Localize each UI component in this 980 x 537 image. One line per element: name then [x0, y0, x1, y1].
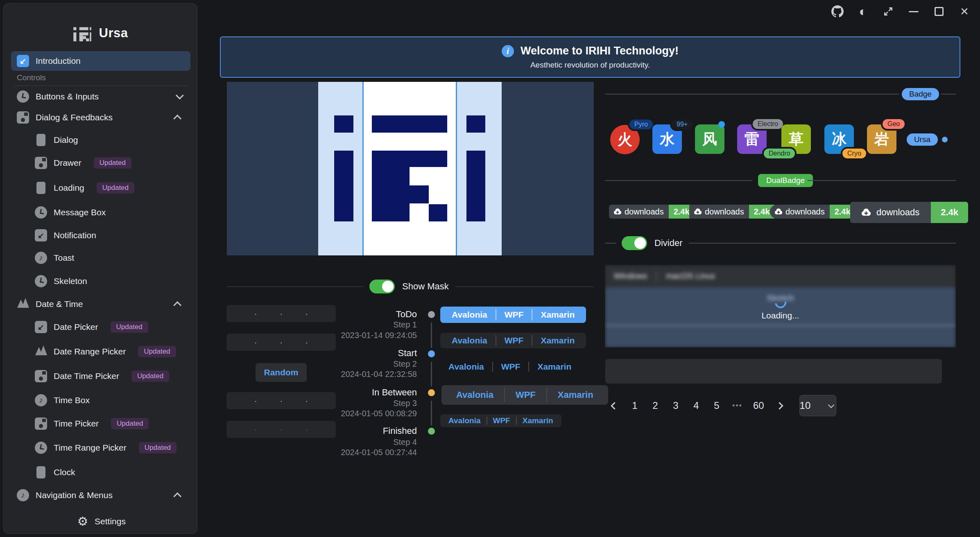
app-logo: Ursa — [4, 25, 197, 41]
clock-icon — [35, 275, 47, 287]
theme-toggle-icon[interactable]: ◐ — [856, 4, 870, 19]
chevron-left-icon — [611, 402, 618, 409]
sidebar-item-loading[interactable]: Loading Updated — [11, 179, 190, 197]
sidebar-item-introduction[interactable]: ↙ Introduction — [11, 51, 190, 71]
downloads-badge: downloads 2.4k — [770, 205, 856, 219]
phone-icon — [36, 134, 45, 146]
page-size-dropdown[interactable]: 10 — [799, 395, 836, 416]
ursa-logo-icon — [73, 25, 92, 41]
badge-ursa-pill: Ursa — [907, 133, 938, 146]
option-wpf[interactable]: WPF — [487, 416, 516, 425]
sidebar-item-message-box[interactable]: Message Box — [11, 203, 190, 221]
page-button-5[interactable]: 5 — [709, 397, 724, 415]
sidebar-group-date-time[interactable]: Date & Time — [11, 295, 190, 313]
option-xamarin[interactable]: Xamarin — [532, 310, 583, 320]
page-button-2[interactable]: 2 — [648, 397, 663, 415]
option-xamarin[interactable]: Xamarin — [547, 390, 604, 400]
chevron-up-icon — [173, 301, 181, 309]
phone-icon — [36, 182, 45, 194]
page-button-60[interactable]: 60 — [751, 397, 767, 415]
step-dot-start — [428, 350, 435, 357]
page-ellipsis[interactable]: ••• — [730, 397, 745, 415]
option-wpf[interactable]: WPF — [493, 362, 529, 372]
logo-pixel — [372, 167, 410, 221]
updated-badge: Updated — [97, 182, 134, 194]
show-mask-label: Show Mask — [402, 281, 449, 292]
divider-line — [941, 94, 956, 95]
step-time: 2024-01-05 00:08:29 — [315, 409, 417, 418]
minimize-button[interactable] — [906, 4, 921, 19]
logo-pixel — [429, 204, 447, 221]
fullscreen-icon[interactable] — [881, 4, 896, 19]
divider-line — [605, 94, 899, 95]
sidebar-group-navigation-menus[interactable]: ♪ Navigation & Menus — [11, 486, 190, 504]
option-xamarin[interactable]: Xamarin — [517, 416, 559, 425]
logo-pixel — [466, 115, 485, 133]
sidebar-item-skeleton[interactable]: Skeleton — [11, 272, 190, 290]
step-label: Step 3 — [315, 399, 417, 408]
step-time: 2023-01-14 09:24:05 — [315, 331, 417, 340]
option-avalonia[interactable]: Avalonia — [440, 362, 492, 372]
download-icon — [775, 208, 782, 215]
floppy-icon — [35, 157, 47, 169]
page-button-4[interactable]: 4 — [689, 397, 704, 415]
maximize-button[interactable] — [932, 4, 946, 19]
badge-label-electro: Electro — [753, 119, 783, 129]
sidebar-item-date-time-picker[interactable]: Date Time Picker Updated — [11, 367, 190, 385]
downloads-badge: downloads 2.4k — [609, 205, 695, 219]
sidebar-item-toast[interactable]: ♪ Toast — [11, 249, 190, 267]
option-avalonia[interactable]: Avalonia — [443, 416, 487, 425]
close-button[interactable]: ✕ — [957, 4, 972, 19]
option-wpf[interactable]: WPF — [505, 390, 546, 400]
option-wpf[interactable]: WPF — [496, 336, 532, 345]
sidebar-item-time-box[interactable]: ♪ Time Box — [11, 391, 190, 409]
next-page-button[interactable] — [772, 397, 787, 415]
option-avalonia[interactable]: Avalonia — [446, 390, 504, 400]
chevron-up-icon — [173, 115, 181, 123]
prev-page-button[interactable] — [607, 397, 622, 415]
step-time: 2024-01-04 22:32:58 — [315, 370, 417, 379]
divider-line — [808, 180, 956, 181]
logo-pixel — [372, 151, 447, 167]
sidebar-item-time-picker[interactable]: Time Picker Updated — [11, 415, 190, 433]
sidebar-item-date-picker[interactable]: ↙ Date Picker Updated — [11, 318, 190, 336]
sidebar-item-clock[interactable]: Clock — [11, 463, 190, 481]
option-wpf[interactable]: WPF — [496, 310, 532, 320]
badge-dot — [718, 121, 725, 128]
divider-toggle[interactable] — [622, 236, 647, 250]
divider-label: Divider — [654, 238, 682, 248]
show-mask-toggle[interactable] — [369, 280, 395, 293]
settings-button[interactable]: ⚙ Settings — [4, 510, 197, 533]
welcome-banner: i Welcome to IRIHI Technology! Aesthetic… — [220, 36, 960, 78]
floppy-icon — [35, 417, 47, 430]
selection-group-small: Avalonia WPF Xamarin — [440, 414, 561, 427]
step-connector — [431, 323, 432, 348]
badge-label-dendro: Dendro — [764, 149, 795, 158]
option-xamarin[interactable]: Xamarin — [529, 362, 579, 372]
gear-icon: ⚙ — [76, 514, 90, 528]
sidebar-item-drawer[interactable]: Drawer Updated — [11, 154, 190, 172]
loading-text: Loading... — [761, 311, 799, 320]
sidebar-item-notification[interactable]: ↙ Notification — [11, 226, 190, 244]
sidebar-item-dialog[interactable]: Dialog — [11, 131, 190, 149]
sidebar-group-dialog-feedbacks[interactable]: Dialog & Feedbacks — [11, 108, 190, 126]
random-button[interactable]: Random — [256, 363, 307, 382]
step-connector — [431, 401, 432, 425]
github-icon[interactable] — [830, 4, 845, 19]
empty-input-panel[interactable] — [605, 359, 942, 384]
badge-label-cryo: Cryo — [842, 149, 866, 158]
option-avalonia[interactable]: Avalonia — [444, 310, 496, 320]
sidebar-item-time-range-picker[interactable]: Time Range Picker Updated — [11, 439, 190, 457]
option-xamarin[interactable]: Xamarin — [532, 336, 583, 345]
sidebar-item-date-range-picker[interactable]: Date Range Picker Updated — [11, 343, 190, 361]
option-avalonia[interactable]: Avalonia — [444, 336, 496, 345]
show-mask-toggle-row: Show Mask — [369, 280, 449, 293]
chevron-up-icon — [173, 492, 181, 501]
sidebar-group-buttons-inputs[interactable]: Buttons & Inputs — [11, 88, 190, 106]
page-button-3[interactable]: 3 — [668, 397, 683, 415]
page-button-1[interactable]: 1 — [627, 397, 642, 415]
irihi-logo-mask-panel — [227, 82, 594, 255]
info-icon: i — [502, 45, 514, 57]
banner-subtitle: Aesthetic revolution of productivity. — [530, 61, 650, 70]
controls-section-label: Controls — [17, 73, 46, 82]
